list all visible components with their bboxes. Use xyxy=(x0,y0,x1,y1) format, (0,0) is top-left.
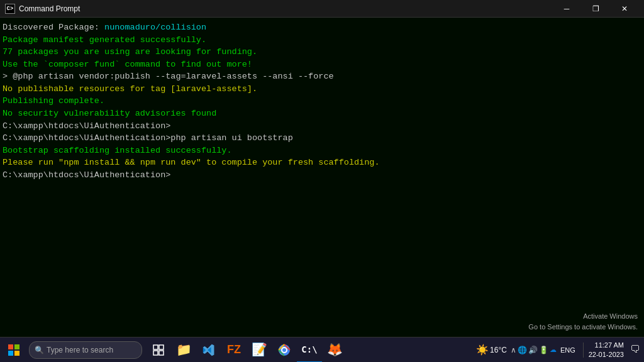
cmd-icon: C> xyxy=(5,4,15,14)
vscode-icon-svg xyxy=(203,344,215,356)
taskbar-right: ☀️ 16°C ∧ 🌐 🔊 🔋 ☁ ENG 11:27 AM 22-01-202… xyxy=(476,341,643,359)
svg-rect-6 xyxy=(153,351,158,355)
windows-icon xyxy=(8,344,19,356)
close-button[interactable]: ✕ xyxy=(610,0,639,18)
terminal-line: Use the `composer fund` command to find … xyxy=(3,58,641,71)
restore-button[interactable]: ❐ xyxy=(581,0,610,18)
tray-divider xyxy=(583,343,584,358)
start-button[interactable] xyxy=(1,337,26,363)
task-view-button[interactable] xyxy=(146,337,171,363)
terminal-line: No security vulnerability advisories fou… xyxy=(3,107,641,120)
terminal-line: No publishable resources for tag [larave… xyxy=(3,83,641,96)
svg-rect-5 xyxy=(159,345,164,349)
tray-up-arrow[interactable]: ∧ xyxy=(511,346,516,354)
title-bar-left: C> Command Prompt xyxy=(5,4,80,14)
terminal-line: C:\xampp\htdocs\UiAuthentication> xyxy=(3,169,641,182)
taskbar-search-box[interactable]: 🔍 Type here to search xyxy=(29,341,142,359)
terminal-line: Bootstrap scaffolding installed successf… xyxy=(3,145,641,157)
filezilla-icon[interactable]: FZ xyxy=(221,337,247,363)
svg-rect-2 xyxy=(8,351,13,356)
terminal-line: Discovered Package: nunomaduro/collision xyxy=(3,21,641,34)
svg-rect-3 xyxy=(14,351,19,356)
battery-icon: 🔋 xyxy=(539,346,548,354)
terminal-line: Package manifest generated successfully. xyxy=(3,34,641,47)
language-label: ENG xyxy=(560,346,575,354)
terminal-line: Publishing complete. xyxy=(3,95,641,107)
onedrive-icon: ☁ xyxy=(550,346,557,354)
weather-icon: ☀️ xyxy=(476,344,489,356)
clock-time: 11:27 AM xyxy=(589,341,624,349)
chrome-icon-svg xyxy=(278,344,291,356)
svg-rect-4 xyxy=(153,345,158,349)
terminal-line: C:\xampp\htdocs\UiAuthentication> xyxy=(3,120,641,133)
terminal-line: Please run "npm install && npm run dev" … xyxy=(3,156,641,169)
vscode-icon[interactable] xyxy=(196,337,221,363)
search-icon: 🔍 xyxy=(35,346,44,354)
notification-icon[interactable]: 🗨 xyxy=(630,344,640,356)
terminal-output: Discovered Package: nunomaduro/collision… xyxy=(0,18,644,337)
terminal-line: 77 packages you are using are looking fo… xyxy=(3,46,641,58)
volume-icon: 🔊 xyxy=(528,346,538,354)
terminal-line: C:\xampp\htdocs\UiAuthentication>php art… xyxy=(3,132,641,145)
firefox-icon[interactable]: 🦊 xyxy=(322,337,347,363)
taskbar-app-icons: 📁 FZ 📝 C:\ 🦊 xyxy=(146,337,347,363)
svg-point-10 xyxy=(282,348,286,352)
taskbar-search-label: Type here to search xyxy=(47,346,113,354)
word-icon[interactable]: 📝 xyxy=(247,337,272,363)
chrome-icon[interactable] xyxy=(272,337,297,363)
system-tray-icons: ☀️ 16°C ∧ 🌐 🔊 🔋 ☁ ENG xyxy=(476,344,578,356)
task-view-icon xyxy=(153,344,164,356)
taskbar-clock[interactable]: 11:27 AM 22-01-2023 xyxy=(589,341,624,359)
minimize-button[interactable]: ─ xyxy=(552,0,581,18)
svg-rect-1 xyxy=(14,344,19,349)
temperature-label: 16°C xyxy=(490,346,507,354)
clock-date: 22-01-2023 xyxy=(589,350,624,359)
terminal-line: > @php artisan vendor:publish --tag=lara… xyxy=(3,70,641,83)
title-bar-controls: ─ ❐ ✕ xyxy=(552,0,639,18)
title-bar-title: Command Prompt xyxy=(19,4,80,13)
title-bar: C> Command Prompt ─ ❐ ✕ xyxy=(0,0,644,18)
svg-rect-0 xyxy=(8,344,13,349)
taskbar: 🔍 Type here to search 📁 FZ 📝 xyxy=(0,337,644,362)
cmd-taskbar-icon[interactable]: C:\ xyxy=(297,337,322,363)
network-icon: 🌐 xyxy=(518,346,527,354)
svg-rect-7 xyxy=(159,351,164,355)
file-explorer-icon[interactable]: 📁 xyxy=(171,337,196,363)
